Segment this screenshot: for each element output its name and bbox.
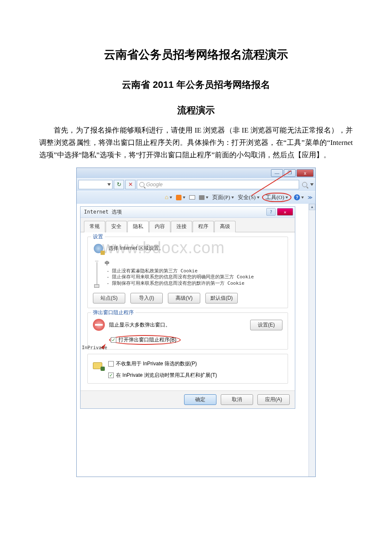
- inprivate-disable-toolbar-label: 在 InPrivate 浏览启动时禁用工具栏和扩展(T): [116, 372, 217, 379]
- stop-button[interactable]: ✕: [125, 180, 135, 189]
- settings-group: 设置 选择 Internet 区域设置。 中 - 阻止没有紧: [87, 237, 288, 308]
- para-text: 浏览器（非: [202, 126, 242, 134]
- tab-security[interactable]: 安全: [106, 221, 127, 232]
- page-menu[interactable]: 页面(P): [211, 194, 235, 201]
- tab-content[interactable]: 内容: [149, 221, 170, 232]
- rss-icon: [176, 195, 182, 200]
- cancel-button[interactable]: 取消: [221, 394, 253, 405]
- refresh-icon: ↻: [117, 181, 121, 188]
- dropdown-icon: [183, 197, 185, 199]
- search-placeholder: Google: [146, 182, 163, 188]
- privacy-bullet: - 限制保存可用来联系您的信息而没有您的默许的第一方 Cookie: [107, 280, 282, 287]
- popup-checkbox-label: 打开弹出窗口阻止程序(B): [118, 336, 176, 344]
- tools-label: 工具(O): [265, 194, 284, 201]
- inprivate-group: 不收集用于 InPrivate 筛选的数据(P) 在 InPrivate 浏览启…: [87, 354, 288, 384]
- para-text-ie: IE: [195, 126, 202, 134]
- refresh-button[interactable]: ↻: [114, 180, 124, 189]
- doc-title-main: 云南省公务员招考网络报名流程演示: [39, 47, 353, 62]
- dialog-help-button[interactable]: ?: [266, 208, 276, 216]
- tab-general[interactable]: 常规: [84, 221, 105, 232]
- tab-privacy[interactable]: 隐私: [127, 221, 149, 232]
- address-bar-row: ↻ ✕ Google: [77, 178, 315, 191]
- slider-description: 中 - 阻止没有紧凑隐私政策的第三方 Cookie - 阻止保存可用来联系您的信…: [105, 260, 282, 287]
- ie-screenshot: — ❐ x ↻ ✕ Google ⌂ 页面(P) 安全(S) 工具(O) ? ≫…: [76, 168, 316, 477]
- home-button[interactable]: ⌂: [164, 194, 173, 201]
- tab-advanced[interactable]: 高级: [214, 221, 236, 232]
- safety-menu[interactable]: 安全(S): [236, 194, 261, 201]
- print-button[interactable]: [198, 195, 210, 200]
- default-button[interactable]: 默认值(D): [205, 293, 238, 304]
- dialog-footer: 确定 取消 应用(A): [81, 390, 295, 408]
- ok-button[interactable]: 确定: [184, 394, 216, 405]
- slider-thumb[interactable]: [94, 284, 99, 288]
- privacy-slider[interactable]: [93, 260, 101, 287]
- dropdown-icon: [301, 197, 304, 199]
- privacy-bullet: - 阻止没有紧凑隐私政策的第三方 Cookie: [107, 268, 282, 275]
- popup-settings-button[interactable]: 设置(E): [250, 320, 282, 330]
- dropdown-icon: [257, 197, 259, 199]
- sites-button[interactable]: 站点(S): [93, 293, 125, 304]
- doc-title-sub2: 流程演示: [39, 104, 353, 117]
- para-text-internet: Internet: [330, 139, 353, 147]
- toolbar-overflow[interactable]: ≫: [308, 195, 313, 200]
- doc-title-sub: 云南省 2011 年公务员招考网络报名: [39, 78, 353, 91]
- tools-menu[interactable]: 工具(O): [262, 193, 291, 202]
- stop-icon: ✕: [128, 181, 133, 188]
- dropdown-icon[interactable]: [310, 183, 314, 186]
- privacy-level-medium: 中: [105, 260, 282, 266]
- globe-icon: [93, 243, 105, 255]
- home-icon: ⌂: [165, 194, 168, 201]
- popup-desc-text: 阻止显示大多数弹出窗口。: [109, 321, 170, 329]
- block-icon: [93, 319, 105, 331]
- close-button[interactable]: x: [297, 169, 314, 177]
- page-label: 页面(P): [212, 194, 230, 201]
- tab-programs[interactable]: 程序: [193, 221, 214, 232]
- vertical-scrollbar[interactable]: ▲: [308, 204, 315, 477]
- dialog-tabs: 常规 安全 隐私 内容 连接 程序 高级: [81, 218, 295, 232]
- mail-button[interactable]: [188, 195, 196, 199]
- search-icon: [302, 182, 307, 187]
- tab-connections[interactable]: 连接: [171, 221, 192, 232]
- minimize-button[interactable]: —: [271, 169, 283, 177]
- inprivate-collect-checkbox[interactable]: [108, 361, 114, 367]
- help-icon: ?: [294, 194, 300, 200]
- mail-icon: [189, 195, 195, 199]
- dialog-close-button[interactable]: ✕: [277, 208, 293, 216]
- settings-group-label: 设置: [91, 233, 105, 240]
- address-combo[interactable]: [78, 180, 112, 189]
- dialog-body: 设置 选择 Internet 区域设置。 中 - 阻止没有紧: [81, 232, 295, 390]
- dropdown-icon: [231, 197, 234, 199]
- popup-blocker-group: 弹出窗口阻止程序 阻止显示大多数弹出窗口。 设置(E) 打开弹出窗口阻止程序(B…: [87, 312, 288, 350]
- para-text-ie2: IE: [242, 126, 248, 134]
- maximize-button[interactable]: ❐: [284, 169, 296, 177]
- privacy-bullet: - 阻止保存可用来联系您的信息而没有您的明确同意的第三方 Cookie: [107, 274, 282, 280]
- inprivate-icon: [93, 361, 104, 371]
- apply-button[interactable]: 应用(A): [257, 394, 290, 405]
- command-toolbar: ⌂ 页面(P) 安全(S) 工具(O) ? ≫: [77, 191, 315, 204]
- import-button[interactable]: 导入(I): [130, 293, 163, 304]
- ie-content-area: www.bdocx.com Internet 选项 ? ✕ 常规 安全 隐私 内…: [77, 204, 315, 477]
- rss-button[interactable]: [175, 195, 187, 200]
- inprivate-collect-label: 不收集用于 InPrivate 筛选的数据(P): [116, 360, 197, 367]
- search-icon: [139, 182, 144, 187]
- dialog-titlebar: Internet 选项 ? ✕: [81, 207, 295, 218]
- para-text: 首先，为了报名操作能够顺利进行，请使用: [54, 126, 195, 134]
- popup-checkbox-highlight: 打开弹出窗口阻止程序(B): [109, 335, 181, 345]
- scroll-up-icon[interactable]: ▲: [309, 204, 315, 210]
- settings-desc: 选择 Internet 区域设置。: [108, 243, 164, 255]
- para-text: 选项”中选择“隐私”选项卡，将“打开弹出窗口阻止程序”前面的小勾取消，然后点【应…: [39, 151, 331, 159]
- popup-group-label: 弹出窗口阻止程序: [91, 309, 135, 316]
- intro-paragraph: 首先，为了报名操作能够顺利进行，请使用 IE 浏览器（非 IE 浏览器可能无法正…: [39, 124, 353, 162]
- help-button[interactable]: ?: [293, 194, 305, 200]
- window-titlebar: — ❐ x: [77, 168, 315, 178]
- inprivate-disable-toolbar-checkbox[interactable]: [108, 373, 114, 378]
- dropdown-icon: [206, 197, 208, 199]
- search-go-button[interactable]: [300, 180, 309, 189]
- print-icon: [199, 195, 205, 200]
- internet-options-dialog: Internet 选项 ? ✕ 常规 安全 隐私 内容 连接 程序 高级 设置: [80, 206, 295, 409]
- advanced-button[interactable]: 高级(V): [168, 293, 200, 304]
- dialog-title: Internet 选项: [84, 208, 122, 216]
- dropdown-icon: [107, 183, 111, 186]
- inprivate-sidelabel: InPrivate: [82, 345, 107, 350]
- popup-blocker-checkbox[interactable]: [111, 337, 116, 343]
